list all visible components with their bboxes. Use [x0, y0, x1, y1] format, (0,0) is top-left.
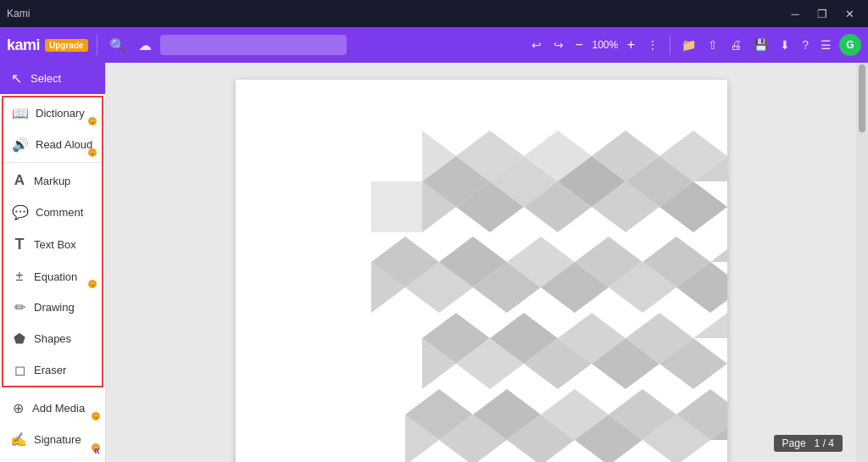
titlebar-controls: ─ ❐ ✕: [783, 4, 861, 23]
upgrade-badge[interactable]: Upgrade: [45, 39, 88, 52]
main-layout: ↖ Select 📖 Dictionary 🔒 🔊 Read Aloud 🔒 A…: [0, 63, 868, 462]
toolbar-sep-2: [670, 35, 670, 55]
read-aloud-lock: 🔒: [88, 148, 97, 157]
canvas-area: Page 1 / 4: [106, 63, 856, 462]
sidebar-item-drawing[interactable]: ✏ Drawing: [3, 292, 102, 323]
page-total: 4: [828, 437, 834, 449]
markup-icon: A: [12, 172, 27, 189]
page-sep: /: [823, 437, 826, 449]
zoom-menu-icon[interactable]: ⋮: [643, 35, 663, 55]
sidebar-item-eraser[interactable]: ◻ Eraser: [3, 354, 102, 386]
sidebar-item-read-aloud-label: Read Aloud: [36, 138, 92, 151]
download-icon[interactable]: ⬇: [776, 35, 794, 55]
sidebar-tools-box: 📖 Dictionary 🔒 🔊 Read Aloud 🔒 A Markup 💬…: [2, 96, 103, 387]
add-media-lock: 🔒: [92, 412, 100, 420]
zoom-in-button[interactable]: +: [623, 36, 639, 54]
app-title: Kami: [7, 8, 30, 19]
toolbar-right: ↩ ↪ − 100% + ⋮ 📁 ⇧ 🖨 💾 ⬇ ? ☰ G: [527, 34, 861, 56]
zoom-value: 100%: [590, 39, 620, 51]
zoom-controls: − 100% +: [571, 36, 640, 54]
share-icon[interactable]: ⇧: [704, 35, 722, 55]
geo-pattern-svg: [236, 80, 727, 462]
sidebar-item-eraser-label: Eraser: [34, 364, 66, 376]
search-icon[interactable]: 🔍: [106, 34, 130, 57]
sidebar-divider-1: [3, 162, 102, 163]
add-media-icon: ⊕: [10, 400, 25, 416]
scrollbar-thumb[interactable]: [859, 64, 865, 132]
sidebar-item-select[interactable]: ↖ Select: [0, 63, 105, 94]
brand-area: kami Upgrade: [7, 36, 88, 54]
user-avatar[interactable]: G: [839, 34, 861, 56]
sidebar-item-comment[interactable]: 💬 Comment: [3, 197, 102, 228]
sidebar-item-dictionary[interactable]: 📖 Dictionary 🔒: [3, 97, 102, 129]
save-icon[interactable]: 💾: [749, 35, 772, 55]
titlebar: Kami ─ ❐ ✕: [0, 0, 868, 27]
comment-icon: 💬: [12, 204, 29, 220]
right-scrollbar[interactable]: [856, 63, 868, 462]
textbox-icon: T: [12, 236, 27, 253]
page-current: 1: [815, 437, 821, 449]
shapes-icon: ⬟: [12, 331, 27, 347]
help-icon[interactable]: ?: [798, 35, 813, 55]
page-label: Page: [782, 437, 806, 449]
undo-icon[interactable]: ↩: [527, 35, 546, 55]
sidebar-item-equation-label: Equation: [34, 270, 77, 283]
eraser-icon: ◻: [12, 362, 27, 378]
zoom-out-button[interactable]: −: [571, 36, 587, 54]
sidebar-item-shapes[interactable]: ⬟ Shapes: [3, 323, 102, 354]
sidebar-item-drawing-label: Drawing: [34, 301, 75, 314]
toolbar: kami Upgrade 🔍 ☁ ↩ ↪ − 100% + ⋮ 📁 ⇧ 🖨 💾 …: [0, 27, 868, 63]
page-thumb-row: [0, 459, 105, 462]
redo-icon[interactable]: ↪: [549, 35, 568, 55]
sidebar-item-markup-label: Markup: [34, 175, 70, 187]
svg-marker-10: [371, 181, 422, 232]
read-aloud-icon: 🔊: [12, 136, 29, 153]
signature-icon: ✍: [10, 431, 27, 448]
sidebar-item-signature[interactable]: ✍ Signature 🔒: [0, 424, 105, 455]
close-button[interactable]: ✕: [837, 4, 861, 23]
minimize-button[interactable]: ─: [783, 4, 807, 23]
folder-icon[interactable]: 📁: [677, 35, 700, 55]
toolbar-sep-1: [97, 35, 97, 55]
brand-name: kami: [7, 36, 40, 54]
sidebar-item-dictionary-label: Dictionary: [36, 107, 85, 120]
sidebar-item-equation[interactable]: ± Equation 🔒: [3, 261, 102, 292]
restore-button[interactable]: ❐: [810, 4, 834, 23]
sidebar-item-textbox-label: Text Box: [34, 238, 76, 251]
sidebar-item-comment-label: Comment: [36, 206, 83, 219]
sidebar-bottom: ⊕ Add Media 🔒 ✍ Signature 🔒: [0, 389, 105, 459]
sidebar-item-read-aloud[interactable]: 🔊 Read Aloud 🔒: [3, 129, 102, 160]
dictionary-lock: 🔒: [88, 117, 97, 125]
sidebar-item-markup[interactable]: A Markup: [3, 164, 102, 197]
sidebar-item-add-media-label: Add Media: [32, 402, 85, 415]
print-icon[interactable]: 🖨: [726, 35, 746, 55]
equation-lock: 🔒: [88, 280, 97, 288]
equation-icon: ±: [12, 269, 27, 284]
cloud-icon[interactable]: ☁: [135, 34, 155, 57]
sidebar: ↖ Select 📖 Dictionary 🔒 🔊 Read Aloud 🔒 A…: [0, 63, 106, 462]
page-indicator: Page 1 / 4: [774, 435, 843, 452]
menu-icon[interactable]: ☰: [816, 35, 836, 55]
page-container: [236, 80, 727, 462]
select-icon: ↖: [8, 70, 24, 86]
titlebar-left: Kami: [7, 8, 30, 19]
sidebar-item-signature-label: Signature: [34, 433, 81, 446]
search-input[interactable]: [160, 35, 347, 55]
dictionary-icon: 📖: [12, 105, 29, 121]
sidebar-item-shapes-label: Shapes: [34, 332, 71, 345]
sidebar-item-add-media[interactable]: ⊕ Add Media 🔒: [0, 392, 105, 424]
drawing-icon: ✏: [12, 299, 27, 315]
sidebar-item-textbox[interactable]: T Text Box: [3, 228, 102, 261]
sidebar-collapse-button[interactable]: «: [93, 443, 100, 457]
sidebar-item-select-label: Select: [31, 72, 61, 85]
